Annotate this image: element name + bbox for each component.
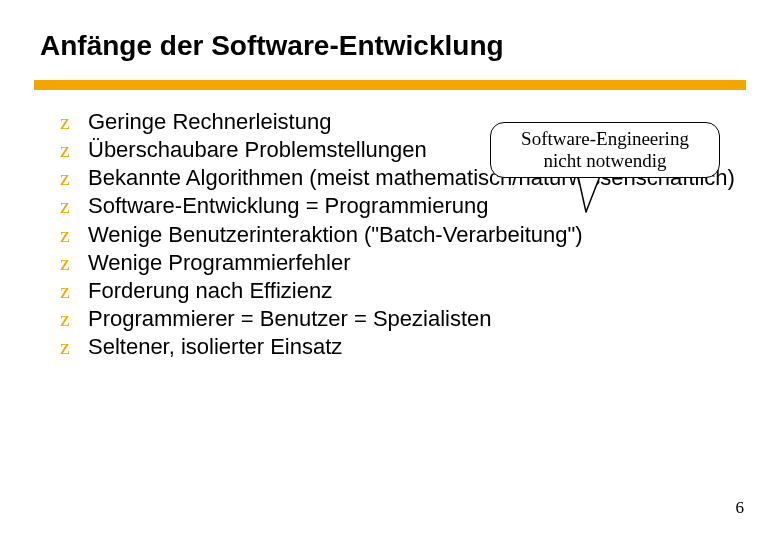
- bullet-icon: z: [60, 333, 88, 361]
- list-item: z Forderung nach Effizienz: [60, 277, 740, 305]
- svg-marker-0: [578, 176, 600, 212]
- bullet-icon: z: [60, 192, 88, 220]
- list-item-text: Wenige Benutzerinteraktion ("Batch-Verar…: [88, 221, 740, 249]
- callout-line2: nicht notwendig: [544, 150, 667, 172]
- list-item-text: Forderung nach Effizienz: [88, 277, 740, 305]
- slide-title: Anfänge der Software-Entwicklung: [40, 30, 504, 62]
- list-item: z Seltener, isolierter Einsatz: [60, 333, 740, 361]
- bullet-icon: z: [60, 277, 88, 305]
- callout-line1: Software-Engineering: [521, 128, 689, 150]
- list-item-text: Wenige Programmierfehler: [88, 249, 740, 277]
- list-item: z Software-Entwicklung = Programmierung: [60, 192, 740, 220]
- list-item-text: Software-Entwicklung = Programmierung: [88, 192, 740, 220]
- bullet-icon: z: [60, 249, 88, 277]
- slide: Anfänge der Software-Entwicklung z Gerin…: [0, 0, 780, 540]
- bullet-icon: z: [60, 108, 88, 136]
- bullet-icon: z: [60, 221, 88, 249]
- bullet-icon: z: [60, 164, 88, 192]
- list-item-text: Seltener, isolierter Einsatz: [88, 333, 740, 361]
- list-item: z Wenige Programmierfehler: [60, 249, 740, 277]
- list-item: z Programmierer = Benutzer = Spezialiste…: [60, 305, 740, 333]
- horizontal-rule: [34, 80, 746, 90]
- list-item-text: Programmierer = Benutzer = Spezialisten: [88, 305, 740, 333]
- bullet-icon: z: [60, 305, 88, 333]
- bullet-icon: z: [60, 136, 88, 164]
- speech-callout: Software-Engineering nicht notwendig: [490, 122, 720, 178]
- list-item: z Wenige Benutzerinteraktion ("Batch-Ver…: [60, 221, 740, 249]
- speech-callout-tail-icon: [574, 176, 608, 216]
- page-number: 6: [736, 498, 745, 518]
